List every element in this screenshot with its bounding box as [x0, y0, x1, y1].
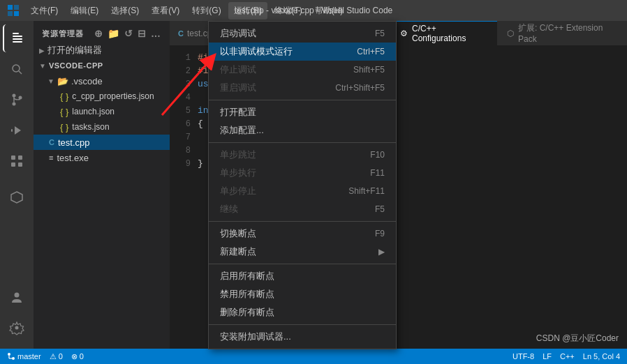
- activity-scm[interactable]: [3, 86, 31, 114]
- menu-label: 单步跳过: [220, 149, 256, 161]
- menu-item-open-config[interactable]: 打开配置: [209, 103, 396, 121]
- svg-point-25: [8, 353, 10, 356]
- menu-selection[interactable]: 选择(S): [105, 2, 145, 20]
- menu-edit[interactable]: 编辑(E): [65, 2, 104, 20]
- chevron-down-icon: ▼: [47, 77, 54, 85]
- open-editors-label: 打开的编辑器: [47, 44, 102, 56]
- menu-item-toggle-breakpoint[interactable]: 切换断点 F9: [209, 225, 396, 243]
- more-icon[interactable]: …: [151, 28, 161, 39]
- menu-item-add-config[interactable]: 添加配置...: [209, 121, 396, 139]
- right-panel: ⚙ C/C++ Configurations ⬡ 扩展: C/C++ Exten…: [390, 21, 627, 349]
- menu-item-restart-debug[interactable]: 重启调试 Ctrl+Shift+F5: [209, 79, 396, 97]
- status-position[interactable]: Ln 5, Col 4: [583, 352, 620, 361]
- menu-label: 禁用所有断点: [220, 288, 274, 301]
- svg-rect-15: [11, 129, 13, 132]
- menu-item-continue[interactable]: 继续 F5: [209, 200, 396, 218]
- title-bar: 文件(F) 编辑(E) 选择(S) 查看(V) 转到(G) 运行(R) 终端(T…: [0, 0, 627, 21]
- svg-point-10: [13, 94, 16, 98]
- file-label: test.exe: [57, 153, 89, 163]
- window-title: test.cpp - vscode-cpp - Visual Studio Co…: [235, 6, 393, 15]
- status-eol[interactable]: LF: [543, 352, 552, 361]
- menu-label: 切换断点: [220, 227, 256, 240]
- svg-rect-2: [8, 11, 13, 16]
- activity-extensions[interactable]: [3, 147, 31, 175]
- sidebar-header-icons: ⊕ 📁 ↺ ⊟ …: [94, 28, 161, 39]
- menu-label: 删除所有断点: [220, 306, 274, 319]
- menu-item-install-debugger[interactable]: 安装附加调试器...: [209, 328, 396, 346]
- svg-rect-18: [11, 162, 15, 167]
- status-warnings[interactable]: ⊗ 0: [71, 352, 84, 361]
- new-folder-icon[interactable]: 📁: [108, 28, 120, 39]
- status-encoding[interactable]: UTF-8: [512, 352, 534, 361]
- menu-label: 停止调试: [220, 63, 256, 76]
- submenu-arrow-icon: ▶: [378, 247, 385, 257]
- menu-label: 启用所有断点: [220, 270, 274, 282]
- cpp-file-icon: C: [49, 138, 54, 146]
- sidebar-item-tasks-json[interactable]: { } tasks.json: [34, 119, 170, 135]
- activity-search[interactable]: [3, 55, 31, 83]
- folder-icon: 📂: [57, 76, 68, 86]
- menu-item-step-into[interactable]: 单步执行 F11: [209, 164, 396, 182]
- menu-goto[interactable]: 转到(G): [186, 2, 226, 20]
- file-label: launch.json: [72, 107, 115, 116]
- line-code-8: [198, 145, 203, 156]
- right-tab-extension-pack[interactable]: ⬡ 扩展: C/C++ Extension Pack: [497, 21, 627, 45]
- sidebar-item-c-cpp-properties[interactable]: { } c_cpp_properties.json: [34, 89, 170, 104]
- menu-item-delete-all[interactable]: 删除所有断点: [209, 303, 396, 321]
- menu-label: 单步停止: [220, 185, 256, 197]
- svg-rect-1: [14, 5, 19, 10]
- json-file-icon: { }: [60, 122, 68, 132]
- sidebar-item-vscode[interactable]: ▼ 📂 .vscode: [34, 73, 170, 89]
- menu-label: 添加配置...: [220, 124, 264, 137]
- svg-point-8: [13, 65, 20, 72]
- sidebar-item-test-cpp[interactable]: C test.cpp: [34, 135, 170, 150]
- file-label: tasks.json: [72, 122, 109, 132]
- sidebar-item-launch-json[interactable]: { } launch.json: [34, 104, 170, 119]
- sidebar-title: 资源管理器: [42, 29, 84, 39]
- menu-file[interactable]: 文件(F): [25, 2, 64, 20]
- status-lang[interactable]: C++: [560, 352, 575, 361]
- activity-explorer[interactable]: [3, 24, 31, 52]
- chevron-right-icon: ▶: [39, 47, 45, 54]
- menu-item-run-no-debug[interactable]: 以非调试模式运行 Ctrl+F5: [209, 43, 396, 61]
- menu-item-step-over[interactable]: 单步跳过 F10: [209, 146, 396, 164]
- right-tab-label-1: C/C++ Configurations: [412, 24, 487, 43]
- menu-item-start-debug[interactable]: 启动调试 F5: [209, 24, 396, 43]
- menu-view[interactable]: 查看(V): [146, 2, 185, 20]
- shortcut: F5: [375, 29, 385, 38]
- project-folder[interactable]: ▼ VSCODE-CPP: [34, 58, 170, 73]
- menu-item-enable-all[interactable]: 启用所有断点: [209, 267, 396, 285]
- shortcut: Ctrl+F5: [357, 47, 385, 56]
- svg-rect-17: [18, 156, 22, 160]
- menu-item-stop-debug[interactable]: 停止调试 Shift+F5: [209, 61, 396, 79]
- sidebar-header: 资源管理器 ⊕ 📁 ↺ ⊟ …: [34, 21, 170, 43]
- menu-item-disable-all[interactable]: 禁用所有断点: [209, 285, 396, 303]
- new-file-icon[interactable]: ⊕: [94, 28, 103, 39]
- status-bar: master ⚠ 0 ⊗ 0 UTF-8 LF C++ Ln 5, Col 4: [0, 349, 627, 364]
- run-dropdown-menu: 启动调试 F5 以非调试模式运行 Ctrl+F5 停止调试 Shift+F5 重…: [208, 21, 397, 349]
- shortcut: Ctrl+Shift+F5: [335, 83, 385, 93]
- right-tab-cpp-config[interactable]: ⚙ C/C++ Configurations: [390, 21, 497, 45]
- menu-item-step-out[interactable]: 单步停止 Shift+F11: [209, 182, 396, 200]
- svg-rect-19: [18, 162, 22, 167]
- activity-remote[interactable]: [3, 183, 31, 211]
- menu-divider-4: [209, 264, 396, 264]
- status-git[interactable]: master: [7, 352, 41, 361]
- menu-label: 安装附加调试器...: [220, 331, 291, 343]
- activity-debug[interactable]: [3, 116, 31, 144]
- activity-settings[interactable]: [3, 314, 31, 342]
- exe-file-icon: ≡: [49, 153, 53, 162]
- menu-label: 新建断点: [220, 245, 256, 258]
- collapse-icon[interactable]: ⊟: [138, 28, 147, 39]
- activity-account[interactable]: [3, 283, 31, 311]
- svg-point-12: [19, 96, 22, 100]
- json-file-icon: { }: [60, 91, 68, 102]
- open-editors-section[interactable]: ▶ 打开的编辑器: [34, 43, 170, 58]
- menu-item-new-breakpoint[interactable]: 新建断点 ▶: [209, 243, 396, 261]
- menu-label: 继续: [220, 203, 238, 215]
- status-errors[interactable]: ⚠ 0: [50, 352, 63, 361]
- sidebar-item-test-exe[interactable]: ≡ test.exe: [34, 150, 170, 165]
- refresh-icon[interactable]: ↺: [124, 28, 133, 39]
- line-num-7: 7: [170, 132, 198, 142]
- json-file-icon: { }: [60, 107, 68, 117]
